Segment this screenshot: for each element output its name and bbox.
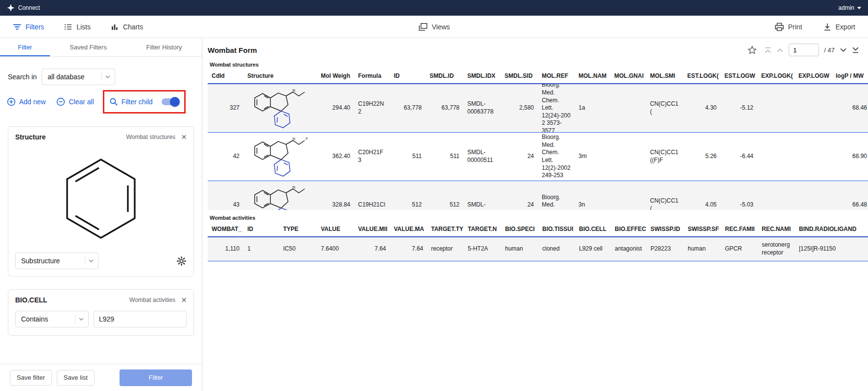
structure-settings-button[interactable] <box>176 256 187 266</box>
bio-cell-card-title: BIO.CELL <box>15 296 47 304</box>
main-toolbar: Filters Lists Charts Views Print Export <box>0 16 868 38</box>
lists-button[interactable]: Lists <box>60 20 95 34</box>
circle-plus-icon <box>7 97 16 106</box>
user-menu[interactable]: admin <box>838 4 861 11</box>
search-in-label: Search in <box>8 73 37 81</box>
column-header[interactable]: TARGET.N <box>464 222 501 236</box>
column-header[interactable]: MOL.GNAI <box>610 69 646 83</box>
filter-button[interactable]: Filter <box>120 369 192 386</box>
column-header[interactable]: SMDL.IDX <box>463 69 501 83</box>
table-row[interactable]: 1,1101IC507.64007.647.64receptor5-HT2Ahu… <box>208 237 868 261</box>
chevron-down-icon <box>79 318 84 321</box>
column-header[interactable]: EST.LOGK( <box>683 69 721 83</box>
svg-text:F: F <box>306 137 308 141</box>
svg-text:N: N <box>292 185 295 189</box>
clear-all-button[interactable]: Clear all <box>53 93 96 110</box>
column-header[interactable]: REC.FAMII <box>721 222 758 236</box>
database-select[interactable]: all database <box>42 69 115 85</box>
column-header[interactable]: EST.LOGW <box>721 69 757 83</box>
column-header[interactable]: EXP.LOGW <box>795 69 832 83</box>
record-number-input[interactable] <box>789 44 819 56</box>
filter-child-toggle[interactable] <box>162 98 178 105</box>
tab-saved-filters[interactable]: Saved Filters <box>50 38 126 56</box>
column-header[interactable]: SMDL.SID <box>501 69 538 83</box>
app-name: Connect <box>18 4 40 11</box>
column-header[interactable]: TARGET.TY <box>427 222 464 236</box>
filter-lines-icon <box>13 23 22 31</box>
print-button[interactable]: Print <box>771 20 806 34</box>
column-header[interactable]: BIO.TISSUI <box>538 222 575 236</box>
table-cell: Bioorg. Med. Chem. Lett. 12(24)-2002 357… <box>538 84 575 132</box>
column-header[interactable]: logP / MW <box>832 69 868 83</box>
column-header[interactable]: ID <box>243 222 279 236</box>
column-header[interactable]: BIND.RADIOLIGAND <box>795 222 868 236</box>
filter-child-button[interactable]: Filter child <box>106 93 156 110</box>
table-cell: CN(C)CC1( <box>646 181 683 210</box>
structure-mode-select[interactable]: Substructure <box>15 253 98 269</box>
table-cell <box>610 84 646 132</box>
column-header[interactable]: SWISSP.SF <box>684 222 721 236</box>
contains-operator-select[interactable]: Contains <box>15 311 89 327</box>
column-header[interactable]: BIO.EFFEC <box>611 222 647 236</box>
column-header[interactable]: Formula <box>354 69 390 83</box>
column-header[interactable]: TYPE <box>279 222 317 236</box>
column-header[interactable]: VALUE <box>317 222 354 236</box>
tab-filter[interactable]: Filter <box>0 38 50 56</box>
column-header[interactable]: CdId <box>208 69 243 83</box>
column-header[interactable]: ID <box>390 69 426 83</box>
column-header[interactable]: Mol Weigh <box>317 69 354 83</box>
column-header[interactable]: Structure <box>243 69 317 83</box>
table-row[interactable]: 327N294.40C19H22N263,77863,778SMDL-00063… <box>208 84 868 133</box>
column-header[interactable]: REC.NAMI <box>758 222 795 236</box>
table-cell: Bioorg. Med. Chem. <box>538 181 575 210</box>
tab-filter-history[interactable]: Filter History <box>126 38 202 56</box>
column-header[interactable]: BIO.SPECI <box>501 222 538 236</box>
bio-cell-value-input[interactable] <box>94 311 187 327</box>
charts-button[interactable]: Charts <box>106 20 147 34</box>
column-header[interactable]: EXP.LOGK( <box>757 69 795 83</box>
lists-label: Lists <box>76 23 91 31</box>
table-cell: 1a <box>575 84 610 132</box>
export-button[interactable]: Export <box>819 20 859 34</box>
filters-label: Filters <box>25 23 44 31</box>
last-record-button[interactable] <box>852 46 859 54</box>
add-new-button[interactable]: Add new <box>4 93 48 110</box>
table-cell: P28223 <box>647 237 684 261</box>
views-button[interactable]: Views <box>414 20 454 34</box>
table-cell: 512 <box>390 181 426 210</box>
filters-button[interactable]: Filters <box>9 20 48 34</box>
column-header[interactable]: SMDL.ID <box>426 69 463 83</box>
table-row[interactable]: 43N328.84C19H21Cl512512SMDL-24Bioorg. Me… <box>208 181 868 210</box>
table-cell: 63,778 <box>390 84 426 132</box>
column-header[interactable]: MOL.REF <box>538 69 575 83</box>
save-list-button[interactable]: Save list <box>57 370 95 386</box>
wombat-form-view: Wombat Form / 47 Wombat structures CdIdS… <box>203 38 868 391</box>
views-label: Views <box>432 23 450 31</box>
column-header[interactable]: MOL.SMI <box>646 69 683 83</box>
close-icon[interactable]: × <box>181 297 187 303</box>
first-record-button[interactable] <box>764 46 772 54</box>
column-header[interactable]: WOMBAT_ <box>208 222 243 236</box>
previous-record-button[interactable] <box>776 46 784 54</box>
favorite-star-button[interactable] <box>747 45 757 55</box>
column-header[interactable]: SWISSP.ID <box>647 222 684 236</box>
next-record-button[interactable] <box>840 46 847 54</box>
column-header[interactable]: VALUE.MA <box>390 222 427 236</box>
table-cell: Bioorg. Med. Chem. Lett. 12(2)-2002 249-… <box>538 133 575 181</box>
structure-mode-value: Substructure <box>21 257 81 265</box>
table-cell: 328.84 <box>317 181 354 210</box>
column-header[interactable]: MOL.NAM <box>575 69 610 83</box>
table-cell: 24 <box>501 181 538 210</box>
column-header[interactable]: BIO.CELL <box>575 222 611 236</box>
table-cell: 68.90 <box>832 133 868 181</box>
close-icon[interactable]: × <box>181 134 187 140</box>
structure-editor-canvas[interactable] <box>8 143 193 253</box>
annotation-highlight-box: Filter child <box>103 90 186 114</box>
column-header[interactable]: VALUE.MII <box>354 222 390 236</box>
table-row[interactable]: 42NF362.40C20H21F3511511SMDL-0000051124B… <box>208 133 868 181</box>
table-cell: human <box>684 237 721 261</box>
table-cell: 294.40 <box>317 84 354 132</box>
save-filter-button[interactable]: Save filter <box>10 370 52 386</box>
circle-minus-icon <box>56 97 65 106</box>
table-cell: 4.30 <box>683 84 721 132</box>
